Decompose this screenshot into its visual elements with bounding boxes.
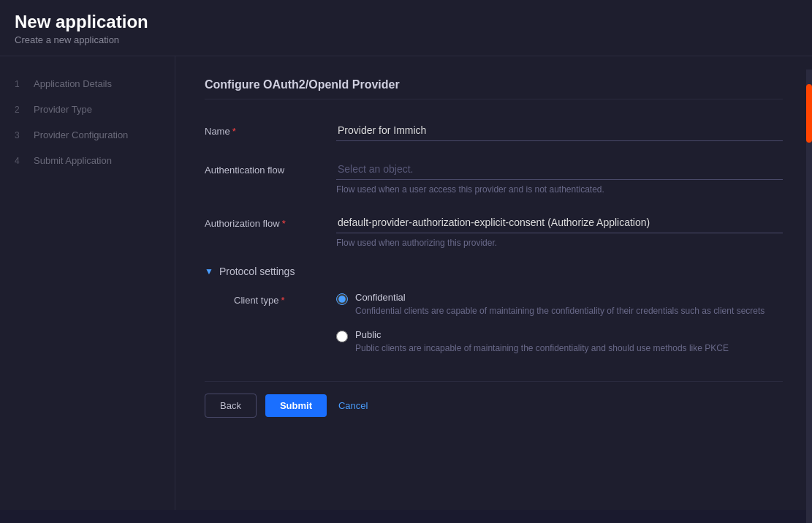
radio-public[interactable] bbox=[336, 331, 348, 342]
radio-confidential[interactable] bbox=[336, 293, 348, 305]
auth-flow-hint: Flow used when a user access this provid… bbox=[336, 184, 783, 195]
auth-flow-label: Authentication flow bbox=[205, 159, 322, 176]
step-3-label: Provider Configuration bbox=[34, 129, 128, 140]
authz-flow-input[interactable] bbox=[336, 212, 783, 233]
step-3-number: 3 bbox=[15, 130, 26, 140]
step-4-label: Submit Application bbox=[34, 155, 112, 166]
button-row: Back Submit Cancel bbox=[205, 381, 783, 425]
content-area: Configure OAuth2/OpenId Provider Name* A… bbox=[175, 56, 812, 510]
step-1-label: Application Details bbox=[34, 78, 112, 89]
step-4-number: 4 bbox=[15, 156, 26, 166]
back-button[interactable]: Back bbox=[205, 394, 257, 418]
radio-public-label: Public bbox=[355, 329, 729, 340]
radio-confidential-desc: Confidential clients are capable of main… bbox=[355, 305, 764, 317]
radio-options: Confidential Confidential clients are ca… bbox=[336, 292, 783, 366]
client-type-label: Client type* bbox=[234, 292, 322, 306]
scrollbar-track[interactable] bbox=[806, 69, 812, 523]
protocol-settings-header[interactable]: ▼ Protocol settings bbox=[205, 266, 783, 277]
sidebar-item-provider-type[interactable]: 2 Provider Type bbox=[0, 97, 175, 122]
auth-flow-field: Flow used when a user access this provid… bbox=[336, 159, 783, 195]
authz-flow-field-group: Authorization flow* Flow used when autho… bbox=[205, 212, 783, 248]
name-label: Name* bbox=[205, 120, 322, 137]
auth-flow-field-group: Authentication flow Flow used when a use… bbox=[205, 159, 783, 195]
sidebar: 1 Application Details 2 Provider Type 3 … bbox=[0, 56, 175, 510]
step-2-label: Provider Type bbox=[34, 104, 92, 115]
chevron-down-icon: ▼ bbox=[205, 266, 213, 276]
page-subtitle: Create a new application bbox=[15, 34, 797, 45]
sidebar-item-application-details[interactable]: 1 Application Details bbox=[0, 71, 175, 97]
radio-public-desc: Public clients are incapable of maintain… bbox=[355, 342, 729, 355]
scrollbar-thumb[interactable] bbox=[806, 84, 812, 143]
protocol-settings-section: ▼ Protocol settings Client type* Confide… bbox=[205, 266, 783, 366]
authz-flow-label: Authorization flow* bbox=[205, 212, 322, 229]
step-2-number: 2 bbox=[15, 105, 26, 115]
name-field bbox=[336, 120, 783, 141]
sidebar-item-provider-configuration[interactable]: 3 Provider Configuration bbox=[0, 122, 175, 148]
sidebar-item-submit-application[interactable]: 4 Submit Application bbox=[0, 148, 175, 173]
page-title: New application bbox=[15, 12, 797, 32]
page-header: New application Create a new application bbox=[0, 0, 812, 56]
radio-option-public: Public Public clients are incapable of m… bbox=[336, 329, 783, 355]
name-field-group: Name* bbox=[205, 120, 783, 141]
authz-flow-field: Flow used when authorizing this provider… bbox=[336, 212, 783, 248]
step-1-number: 1 bbox=[15, 79, 26, 89]
protocol-settings-label: Protocol settings bbox=[219, 266, 295, 277]
cancel-button[interactable]: Cancel bbox=[335, 394, 371, 417]
submit-button[interactable]: Submit bbox=[265, 394, 327, 417]
authz-flow-hint: Flow used when authorizing this provider… bbox=[336, 238, 783, 248]
radio-option-confidential: Confidential Confidential clients are ca… bbox=[336, 292, 783, 317]
section-title: Configure OAuth2/OpenId Provider bbox=[205, 78, 783, 99]
name-input[interactable] bbox=[336, 120, 783, 141]
client-type-group: Client type* Confidential Confidential c… bbox=[234, 292, 783, 366]
radio-confidential-label: Confidential bbox=[355, 292, 764, 303]
auth-flow-input[interactable] bbox=[336, 159, 783, 180]
main-container: 1 Application Details 2 Provider Type 3 … bbox=[0, 56, 812, 510]
